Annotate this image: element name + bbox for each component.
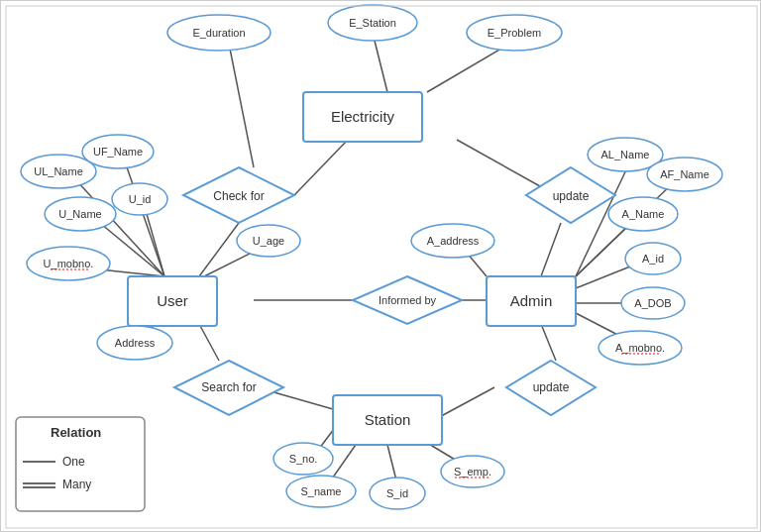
al-name-label: AL_Name (601, 149, 650, 160)
search-for-label: Search for (201, 380, 256, 394)
ul-name-label: UL_Name (34, 165, 83, 177)
a-id-label: A_id (642, 253, 664, 265)
svg-line-1 (373, 33, 387, 92)
admin-label: Admin (510, 292, 553, 309)
legend-many-label: Many (62, 478, 91, 491)
svg-line-26 (541, 324, 556, 361)
a-name-label: A_Name (622, 208, 665, 220)
svg-line-23 (199, 324, 219, 361)
u-mobno-label: U_mobno. (44, 258, 94, 269)
svg-line-0 (229, 44, 254, 167)
station-label: Station (365, 411, 411, 428)
check-for-label: Check for (213, 189, 264, 203)
af-name-label: AF_Name (660, 168, 709, 180)
electricity-label: Electricity (331, 108, 395, 125)
s-no-label: S_no. (289, 453, 318, 465)
address-label: Address (115, 337, 156, 349)
s-name-label: S_name (301, 485, 342, 497)
update-top-label: update (553, 189, 590, 203)
a-mobno-label: A_mobno. (615, 342, 665, 354)
u-id-label: U_id (129, 193, 152, 205)
s-id-label: S_id (386, 487, 408, 499)
a-address-label: A_address (427, 235, 480, 247)
e-station-label: E_Station (349, 17, 396, 29)
e-duration-label: E_duration (192, 27, 245, 39)
legend-title: Relation (51, 425, 101, 440)
a-dob-label: A_DOB (634, 297, 671, 309)
u-age-label: U_age (253, 235, 284, 247)
user-label: User (157, 292, 188, 309)
legend-one-label: One (62, 455, 85, 469)
s-emp-label: S_emp. (454, 466, 491, 478)
diagram-container: Electricity User Admin Station Check for… (0, 0, 761, 532)
update-bottom-label: update (533, 380, 570, 394)
er-diagram: Electricity User Admin Station Check for… (1, 1, 761, 532)
uf-name-label: UF_Name (93, 146, 143, 158)
informed-by-label: Informed by (379, 294, 437, 306)
svg-line-3 (294, 140, 348, 195)
svg-line-6 (541, 223, 561, 276)
e-problem-label: E_Problem (488, 27, 541, 39)
u-name-label: U_Name (58, 208, 101, 220)
